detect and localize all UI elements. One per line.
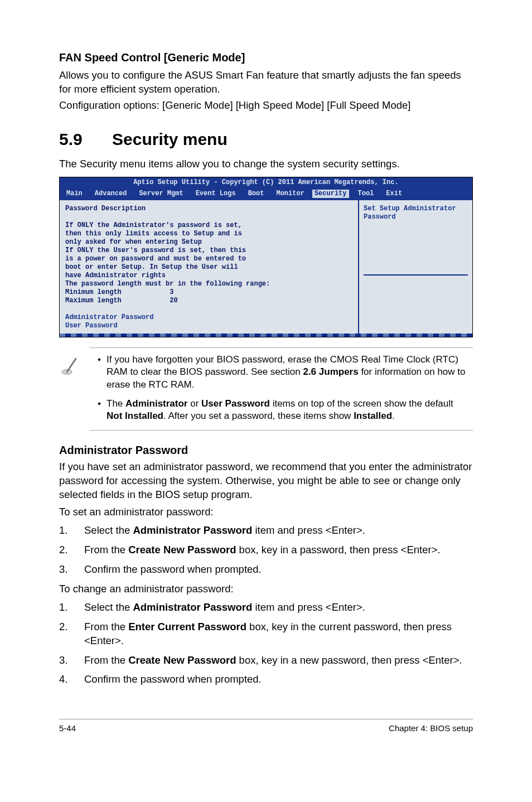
change-steps: 1.Select the Administrator Password item… <box>59 601 473 687</box>
bios-screenshot: Aptio Setup Utility - Copyright (C) 2011… <box>59 177 473 337</box>
note-item-1: • If you have forgotten your BIOS passwo… <box>92 354 471 390</box>
admin-heading: Administrator Password <box>59 443 473 458</box>
fan-desc-2: Configuration options: [Generic Mode] [H… <box>59 99 473 113</box>
change-step-2: 2.From the Enter Current Password box, k… <box>59 620 473 648</box>
set-step-3: 3.Confirm the password when prompted. <box>59 563 473 577</box>
set-step-1: 1.Select the Administrator Password item… <box>59 524 473 538</box>
bios-left-pane: Password Description If ONLY the Adminis… <box>60 200 359 334</box>
section-number: 5.9 <box>59 128 112 151</box>
fan-desc-1: Allows you to configure the ASUS Smart F… <box>59 69 473 96</box>
bios-tab-server-mgmt: Server Mgmt <box>132 190 188 198</box>
bios-left-heading: Password Description <box>65 205 146 212</box>
admin-intro: If you have set an administrator passwor… <box>59 460 473 502</box>
bios-tab-boot: Boot <box>241 190 270 198</box>
set-step-2: 2.From the Create New Password box, key … <box>59 543 473 557</box>
bios-help-text: Set Setup Administrator Password <box>364 205 468 276</box>
section-title: Security menu <box>112 130 228 148</box>
bios-menubar: Main Advanced Server Mgmt Event Logs Boo… <box>60 189 472 200</box>
change-lead: To change an administrator password: <box>59 582 473 596</box>
change-step-3: 3.From the Create New Password box, key … <box>59 654 473 668</box>
page-footer: 5-44 Chapter 4: BIOS setup <box>59 719 473 734</box>
note-item-2: • The Administrator or User Password ite… <box>92 398 471 422</box>
set-lead: To set an administrator password: <box>59 505 473 519</box>
bios-cutoff <box>60 334 472 337</box>
chapter-label: Chapter 4: BIOS setup <box>389 723 473 734</box>
set-steps: 1.Select the Administrator Password item… <box>59 524 473 577</box>
bios-right-pane: Set Setup Administrator Password <box>358 200 472 334</box>
bios-tab-security: Security <box>312 190 349 198</box>
change-step-1: 1.Select the Administrator Password item… <box>59 601 473 615</box>
page-number: 5-44 <box>59 723 76 734</box>
bullet-icon: • <box>92 354 107 390</box>
fan-heading: FAN Speed Control [Generic Mode] <box>59 50 473 65</box>
bios-tab-monitor: Monitor <box>269 190 309 198</box>
note-panel: • If you have forgotten your BIOS passwo… <box>59 347 473 430</box>
bios-tab-advanced: Advanced <box>88 190 133 198</box>
bios-option-user: User Password <box>65 322 118 330</box>
bios-tab-event-logs: Event Logs <box>189 190 241 198</box>
bios-tab-exit: Exit <box>379 190 408 198</box>
change-step-4: 4.Confirm the password when prompted. <box>59 673 473 687</box>
bios-tab-tool: Tool <box>351 190 380 198</box>
bios-tab-main: Main <box>60 190 88 198</box>
bios-title: Aptio Setup Utility - Copyright (C) 2011… <box>60 177 472 189</box>
bios-left-text: If ONLY the Administrator's password is … <box>65 221 270 305</box>
note-icon <box>59 347 90 430</box>
section-intro: The Security menu items allow you to cha… <box>59 157 473 171</box>
bios-option-admin: Administrator Password <box>65 313 153 321</box>
bullet-icon: • <box>92 398 107 422</box>
section-heading: 5.9Security menu <box>59 128 473 151</box>
